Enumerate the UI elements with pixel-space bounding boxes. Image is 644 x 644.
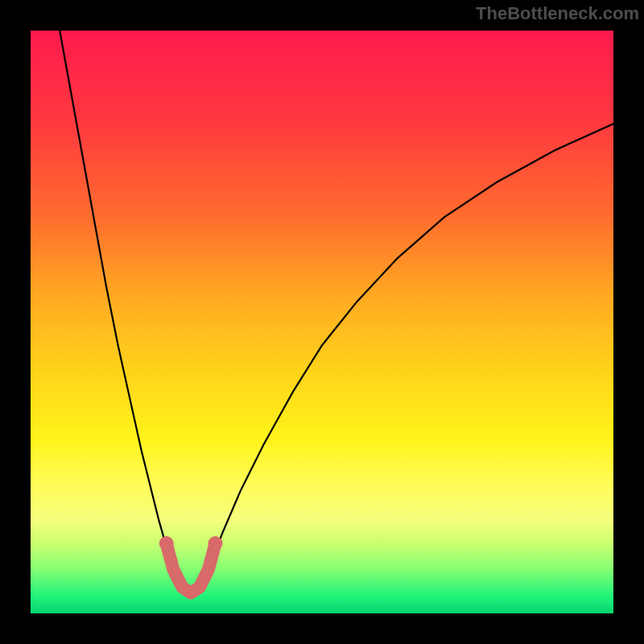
curve-layer: [31, 31, 613, 613]
bottleneck-optimal-zone: [167, 543, 216, 593]
chart-frame: TheBottleneck.com: [0, 0, 644, 644]
bottleneck-curve: [60, 31, 613, 593]
plot-area: [31, 31, 613, 613]
highlight-endpoint-left: [159, 536, 174, 551]
watermark-source: TheBottleneck.com: [476, 3, 639, 24]
highlight-endpoint-right: [208, 536, 223, 551]
